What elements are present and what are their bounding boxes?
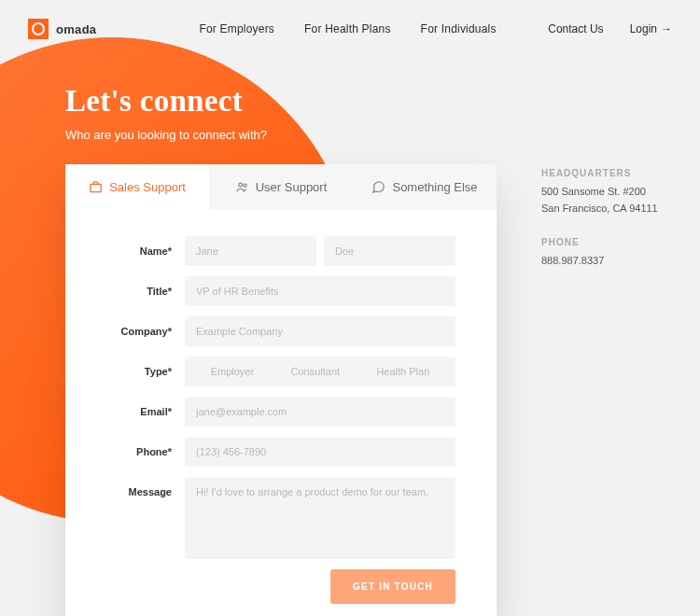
logo-text: omada: [56, 22, 96, 36]
hq-address-line1: 500 Sansome St. #200: [541, 184, 658, 201]
phone-label: PHONE: [541, 237, 658, 247]
briefcase-icon: [89, 180, 103, 194]
login-link[interactable]: Login→: [630, 22, 672, 35]
users-icon: [235, 180, 249, 194]
label-phone: Phone*: [106, 446, 185, 457]
hq-label: HEADQUARTERS: [541, 168, 658, 178]
arrow-right-icon: →: [661, 22, 672, 35]
tab-user-support[interactable]: User Support: [209, 164, 353, 210]
header: omada For Employers For Health Plans For…: [0, 0, 700, 39]
nav-individuals[interactable]: For Individuals: [421, 22, 497, 35]
company-input[interactable]: [185, 316, 455, 346]
tab-label: Something Else: [392, 180, 477, 194]
login-label: Login: [630, 22, 657, 35]
svg-point-1: [238, 183, 242, 187]
email-input[interactable]: [185, 397, 455, 427]
page-title: Let's connect: [65, 84, 700, 119]
contact-sidebar: HEADQUARTERS 500 Sansome St. #200 San Fr…: [541, 164, 658, 290]
logo-icon: [28, 19, 49, 39]
tab-label: User Support: [256, 180, 328, 194]
tab-something-else[interactable]: Something Else: [353, 164, 497, 210]
chat-icon: [371, 180, 385, 194]
svg-rect-0: [91, 184, 101, 191]
label-message: Message: [106, 477, 185, 497]
contact-card: Sales Support User Support Something Els…: [65, 164, 497, 616]
nav-health-plans[interactable]: For Health Plans: [304, 22, 391, 35]
contact-link[interactable]: Contact Us: [548, 22, 603, 35]
title-input[interactable]: [185, 276, 455, 306]
primary-nav: For Employers For Health Plans For Indiv…: [199, 22, 496, 35]
tab-sales-support[interactable]: Sales Support: [65, 164, 209, 210]
type-option-consultant[interactable]: Consultant: [290, 366, 340, 377]
phone-value: 888.987.8337: [541, 253, 658, 270]
type-options: Employer Consultant Health Plan: [185, 357, 455, 386]
label-email: Email*: [106, 406, 185, 417]
tabs: Sales Support User Support Something Els…: [65, 164, 497, 210]
header-right: Contact Us Login→: [548, 22, 672, 35]
contact-form: Name* Title* Company* Type* Employer Con…: [65, 210, 497, 616]
logo[interactable]: omada: [28, 19, 96, 39]
submit-button[interactable]: GET IN TOUCH: [330, 569, 455, 604]
label-title: Title*: [106, 286, 185, 297]
last-name-input[interactable]: [324, 236, 455, 266]
type-option-employer[interactable]: Employer: [211, 366, 254, 377]
message-input[interactable]: [185, 477, 455, 559]
hero: Let's connect Who are you looking to con…: [0, 39, 700, 142]
hq-address-line2: San Francisco, CA 94111: [541, 201, 658, 217]
label-company: Company*: [106, 326, 185, 337]
svg-point-2: [244, 184, 246, 187]
label-name: Name*: [106, 245, 185, 257]
type-option-healthplan[interactable]: Health Plan: [376, 366, 429, 377]
first-name-input[interactable]: [185, 236, 316, 266]
label-type: Type*: [106, 366, 185, 377]
phone-input[interactable]: [185, 437, 455, 467]
tab-label: Sales Support: [109, 180, 186, 194]
page-subtitle: Who are you looking to connect with?: [65, 128, 700, 142]
nav-employers[interactable]: For Employers: [199, 22, 274, 35]
